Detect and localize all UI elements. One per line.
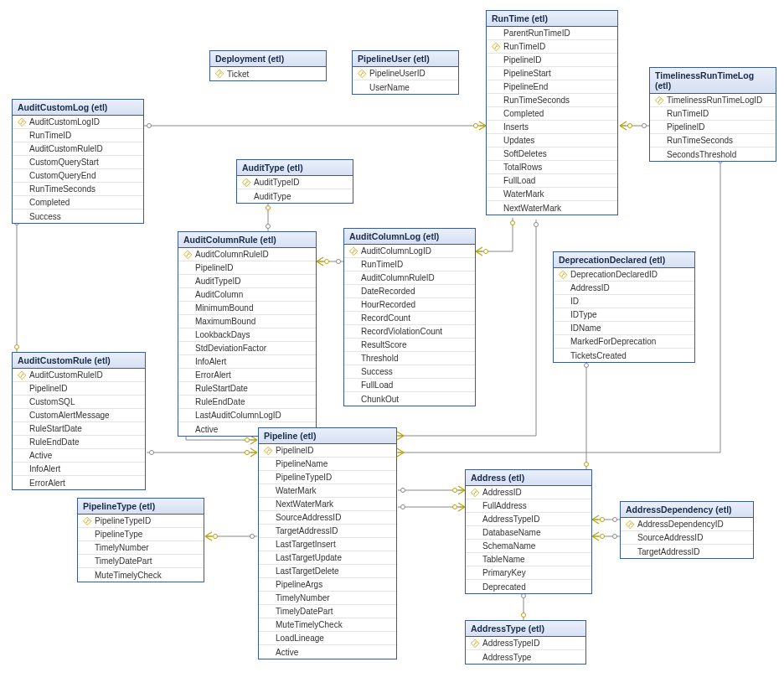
table-column-row[interactable]: MuteTimelyCheck — [78, 568, 204, 582]
table-column-row[interactable]: MarkedForDeprecation — [554, 335, 694, 349]
table-column-row[interactable]: ⚿AuditColumnLogID — [344, 245, 475, 258]
table-column-row[interactable]: RuleStartDate — [13, 422, 145, 436]
table-column-row[interactable]: SchemaName — [466, 540, 591, 553]
table-column-row[interactable]: RunTimeSeconds — [650, 134, 776, 147]
table-column-row[interactable]: ErrorAlert — [13, 476, 145, 489]
table-column-row[interactable]: Threshold — [344, 352, 475, 365]
table-column-row[interactable]: RuleEndDate — [13, 436, 145, 449]
table-column-row[interactable]: Updates — [487, 134, 617, 147]
table-pipeline[interactable]: Pipeline (etl)⚿PipelineIDPipelineNamePip… — [258, 427, 397, 659]
table-column-row[interactable]: AddressID — [554, 282, 694, 295]
table-column-row[interactable]: Completed — [13, 196, 143, 209]
table-column-row[interactable]: CustomAlertMessage — [13, 409, 145, 422]
table-column-row[interactable]: Success — [13, 209, 143, 223]
table-column-row[interactable]: LookbackDays — [178, 328, 316, 342]
table-column-row[interactable]: ⚿AuditCustomLogID — [13, 116, 143, 129]
table-column-row[interactable]: CustomSQL — [13, 396, 145, 409]
table-column-row[interactable]: PipelineID — [178, 261, 316, 275]
table-addresstype[interactable]: AddressType (etl)⚿AddressTypeIDAddressTy… — [465, 620, 586, 665]
table-column-row[interactable]: PipelineID — [650, 121, 776, 134]
table-column-row[interactable]: TimelyDatePart — [259, 605, 396, 618]
table-pipelinetype[interactable]: PipelineType (etl)⚿PipelineTypeIDPipelin… — [77, 498, 204, 582]
table-column-row[interactable]: NextWaterMark — [487, 201, 617, 215]
table-column-row[interactable]: DatabaseName — [466, 526, 591, 540]
table-column-row[interactable]: MaximumBound — [178, 315, 316, 328]
table-column-row[interactable]: AuditType — [237, 189, 353, 203]
table-column-row[interactable]: InfoAlert — [178, 355, 316, 369]
table-column-row[interactable]: ⚿TimelinessRunTimeLogID — [650, 94, 776, 107]
table-column-row[interactable]: RuleEndDate — [178, 396, 316, 409]
table-column-row[interactable]: PipelineID — [13, 382, 145, 396]
table-column-row[interactable]: ParentRunTimeID — [487, 27, 617, 40]
table-column-row[interactable]: PrimaryKey — [466, 566, 591, 580]
table-auditcustomrule[interactable]: AuditCustomRule (etl)⚿AuditCustomRuleIDP… — [12, 352, 146, 490]
table-column-row[interactable]: ⚿Ticket — [210, 67, 326, 80]
table-column-row[interactable]: ⚿PipelineUserID — [353, 67, 458, 80]
table-column-row[interactable]: Completed — [487, 107, 617, 121]
table-column-row[interactable]: ID — [554, 295, 694, 308]
table-column-row[interactable]: PipelineName — [259, 458, 396, 471]
table-column-row[interactable]: RunTimeSeconds — [487, 94, 617, 107]
table-column-row[interactable]: Success — [344, 365, 475, 379]
table-column-row[interactable]: FullLoad — [344, 379, 475, 392]
table-column-row[interactable]: WaterMark — [487, 188, 617, 201]
table-auditcolumnlog[interactable]: AuditColumnLog (etl)⚿AuditColumnLogIDRun… — [343, 228, 476, 406]
table-column-row[interactable]: PipelineID — [487, 54, 617, 67]
table-column-row[interactable]: ErrorAlert — [178, 369, 316, 382]
table-column-row[interactable]: LastTargetDelete — [259, 565, 396, 578]
table-column-row[interactable]: LastTargetInsert — [259, 538, 396, 551]
table-column-row[interactable]: AuditColumnRuleID — [344, 272, 475, 285]
table-column-row[interactable]: PipelineEnd — [487, 80, 617, 94]
table-column-row[interactable]: TimelyNumber — [78, 541, 204, 555]
table-column-row[interactable]: ChunkOut — [344, 392, 475, 406]
table-column-row[interactable]: LastTargetUpdate — [259, 551, 396, 565]
table-column-row[interactable]: ResultScore — [344, 339, 475, 352]
table-runtime[interactable]: RunTime (etl)ParentRunTimeID⚿RunTimeIDPi… — [486, 10, 618, 215]
table-column-row[interactable]: MuteTimelyCheck — [259, 618, 396, 632]
table-column-row[interactable]: StdDeviationFactor — [178, 342, 316, 355]
table-addressdependency[interactable]: AddressDependency (etl)⚿AddressDependenc… — [620, 501, 754, 559]
table-column-row[interactable]: FullLoad — [487, 174, 617, 188]
table-address[interactable]: Address (etl)⚿AddressIDFullAddressAddres… — [465, 469, 592, 594]
table-column-row[interactable]: TicketsCreated — [554, 349, 694, 362]
table-column-row[interactable]: ⚿PipelineID — [259, 444, 396, 458]
table-column-row[interactable]: ⚿AddressTypeID — [466, 637, 585, 650]
table-column-row[interactable]: AuditTypeID — [178, 275, 316, 288]
table-column-row[interactable]: ⚿AuditCustomRuleID — [13, 369, 145, 382]
table-column-row[interactable]: AddressTypeID — [466, 513, 591, 526]
table-auditcustomlog[interactable]: AuditCustomLog (etl)⚿AuditCustomLogIDRun… — [12, 99, 144, 224]
table-column-row[interactable]: WaterMark — [259, 484, 396, 498]
table-column-row[interactable]: Deprecated — [466, 580, 591, 593]
table-audittype[interactable]: AuditType (etl)⚿AuditTypeIDAuditType — [236, 159, 353, 204]
table-column-row[interactable]: DateRecorded — [344, 285, 475, 298]
table-deployment[interactable]: Deployment (etl)⚿Ticket — [209, 50, 327, 81]
table-column-row[interactable]: TotalRows — [487, 161, 617, 174]
table-column-row[interactable]: RunTimeID — [650, 107, 776, 121]
table-column-row[interactable]: InfoAlert — [13, 463, 145, 476]
table-column-row[interactable]: RecordViolationCount — [344, 325, 475, 339]
table-column-row[interactable]: AuditCustomRuleID — [13, 142, 143, 156]
table-deprecation[interactable]: DeprecationDeclared (etl)⚿DeprecationDec… — [553, 251, 695, 363]
table-column-row[interactable]: LastAuditColumnLogID — [178, 409, 316, 422]
table-column-row[interactable]: PipelineArgs — [259, 578, 396, 592]
table-column-row[interactable]: ⚿PipelineTypeID — [78, 515, 204, 528]
table-column-row[interactable]: AddressType — [466, 650, 585, 664]
table-column-row[interactable]: RecordCount — [344, 312, 475, 325]
table-column-row[interactable]: TimelyDatePart — [78, 555, 204, 568]
table-column-row[interactable]: ⚿AuditColumnRuleID — [178, 248, 316, 261]
table-column-row[interactable]: CustomQueryStart — [13, 156, 143, 169]
table-column-row[interactable]: RuleStartDate — [178, 382, 316, 396]
table-column-row[interactable]: ⚿AddressID — [466, 486, 591, 499]
table-column-row[interactable]: ⚿RunTimeID — [487, 40, 617, 54]
table-column-row[interactable]: TargetAddressID — [259, 525, 396, 538]
table-column-row[interactable]: ⚿AuditTypeID — [237, 176, 353, 189]
table-column-row[interactable]: ⚿AddressDependencyID — [621, 518, 753, 531]
table-auditcolumnrule[interactable]: AuditColumnRule (etl)⚿AuditColumnRuleIDP… — [178, 231, 317, 437]
table-column-row[interactable]: TimelyNumber — [259, 592, 396, 605]
table-column-row[interactable]: MinimumBound — [178, 302, 316, 315]
table-column-row[interactable]: RunTimeID — [344, 258, 475, 272]
table-column-row[interactable]: AuditColumn — [178, 288, 316, 302]
table-column-row[interactable]: FullAddress — [466, 499, 591, 513]
table-column-row[interactable]: PipelineTypeID — [259, 471, 396, 484]
table-column-row[interactable]: TableName — [466, 553, 591, 566]
